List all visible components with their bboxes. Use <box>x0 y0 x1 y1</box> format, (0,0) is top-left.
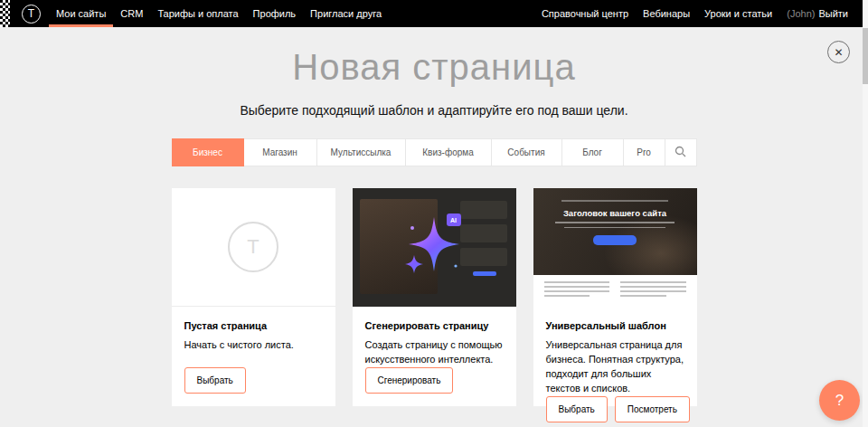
tab-multilink[interactable]: Мультиссылка <box>317 139 406 166</box>
scrollbar-thumb[interactable] <box>863 28 868 84</box>
preview-text-line <box>564 227 665 229</box>
tab-search[interactable] <box>665 139 696 166</box>
preview-cta-button <box>593 235 637 245</box>
secondary-nav: Справочный центр Вебинары Уроки и статьи… <box>534 0 855 27</box>
view-template-button[interactable]: Посмотреть <box>615 396 690 422</box>
card-description: Универсальная страница для бизнеса. Поня… <box>546 338 684 396</box>
template-category-tabs: Бизнес Магазин Мультиссылка Квиз-форма С… <box>172 138 697 166</box>
nav-item-crm[interactable]: CRM <box>113 0 150 27</box>
card-body: Сгенерировать страницу Создать страницу … <box>353 307 516 406</box>
page-title: Новая страница <box>0 47 868 88</box>
nav-item-my-sites[interactable]: Мои сайты <box>49 0 113 27</box>
preview-site-heading: Заголовок вашего сайта <box>563 208 666 218</box>
ai-generate-preview: AI <box>353 188 516 307</box>
help-button[interactable]: ? <box>819 380 860 421</box>
card-ai-generate: AI Сгенерировать страницу Создать страни… <box>353 188 516 406</box>
question-mark-icon: ? <box>835 392 844 410</box>
card-title: Пустая страница <box>184 320 323 331</box>
preview-hero-section: Заголовок вашего сайта <box>533 188 697 275</box>
top-bar: T Мои сайты CRM Тарифы и оплата Профиль … <box>0 0 868 27</box>
tilda-logo-placeholder-icon: T <box>228 222 278 272</box>
card-buttons: Сгенерировать <box>365 367 504 394</box>
tab-quiz-form[interactable]: Квиз-форма <box>406 139 492 166</box>
logout-link[interactable]: (John) Выйти <box>779 0 855 27</box>
preview-accent-block <box>473 271 496 276</box>
page-subtitle: Выберите подходящий шаблон и адаптируйте… <box>0 103 868 118</box>
generate-button[interactable]: Сгенерировать <box>365 367 454 394</box>
card-title: Сгенерировать страницу <box>365 320 504 331</box>
search-icon <box>675 146 686 159</box>
nav-item-profile[interactable]: Профиль <box>246 0 304 27</box>
nav-item-help-center[interactable]: Справочный центр <box>534 0 636 27</box>
nav-item-webinars[interactable]: Вебинары <box>636 0 697 27</box>
scrollbar-track[interactable] <box>863 0 868 427</box>
close-button[interactable]: ✕ <box>827 41 850 63</box>
tab-business[interactable]: Бизнес <box>172 138 244 166</box>
tab-pro[interactable]: Pro <box>624 139 665 166</box>
choose-blank-button[interactable]: Выбрать <box>184 367 246 394</box>
card-description: Начать с чистого листа. <box>184 338 323 353</box>
logout-label: Выйти <box>818 8 848 19</box>
ai-badge: AI <box>447 214 461 226</box>
blank-page-preview: T <box>172 188 335 307</box>
card-title: Универсальный шаблон <box>546 320 684 331</box>
tab-shop[interactable]: Магазин <box>244 139 317 166</box>
nav-item-lessons[interactable]: Уроки и статьи <box>697 0 779 27</box>
preview-caption-line <box>561 200 668 202</box>
user-name: (John) <box>787 8 815 19</box>
tab-events[interactable]: События <box>492 139 562 166</box>
card-body: Универсальный шаблон Универсальная стран… <box>533 307 697 427</box>
preview-text-line <box>555 222 675 223</box>
card-buttons: Выбрать Посмотреть <box>546 396 684 422</box>
choose-template-button[interactable]: Выбрать <box>546 396 608 422</box>
template-cards-row-1: T Пустая страница Начать с чистого листа… <box>172 188 697 406</box>
nav-item-invite-friend[interactable]: Пригласи друга <box>303 0 389 27</box>
card-blank-page: T Пустая страница Начать с чистого листа… <box>172 188 335 406</box>
card-universal-template: Заголовок вашего сайта Универсальный шаб… <box>533 188 697 406</box>
close-icon: ✕ <box>834 46 843 59</box>
universal-template-preview: Заголовок вашего сайта <box>533 188 697 307</box>
main-nav: Мои сайты CRM Тарифы и оплата Профиль Пр… <box>49 0 389 27</box>
preview-text-column <box>544 281 610 300</box>
nav-item-tariffs[interactable]: Тарифы и оплата <box>150 0 245 27</box>
tab-blog[interactable]: Блог <box>562 139 624 166</box>
preview-text-section <box>533 275 697 307</box>
card-body: Пустая страница Начать с чистого листа. … <box>172 307 335 406</box>
preview-text-column <box>620 281 686 300</box>
card-buttons: Выбрать <box>184 367 323 394</box>
pixel-pattern-decoration <box>0 0 10 27</box>
tilda-logo[interactable]: T <box>22 5 41 24</box>
card-description: Создать страницу с помощью искусственног… <box>365 338 504 367</box>
